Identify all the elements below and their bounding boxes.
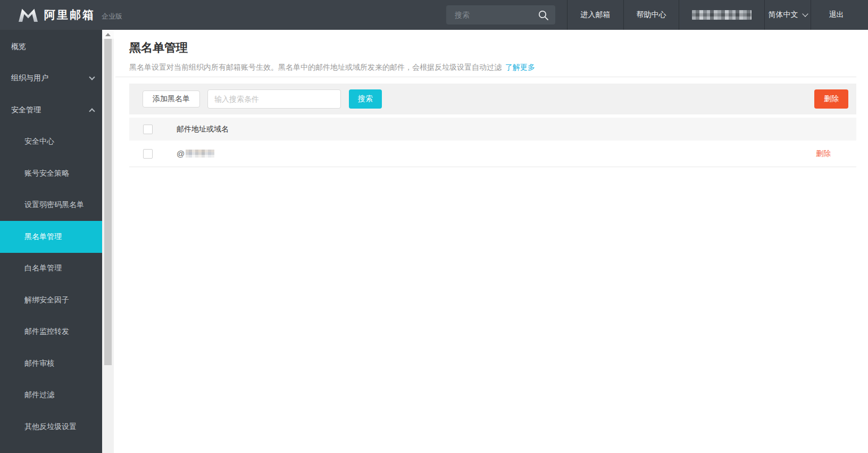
nav-enter-mailbox[interactable]: 进入邮箱	[567, 0, 623, 30]
scrollbar-up-button[interactable]	[102, 30, 114, 39]
sidebar-item[interactable]: 组织与用户	[0, 63, 102, 95]
sidebar-item-label: 组织与用户	[11, 73, 48, 83]
sidebar-item[interactable]: 邮件过滤	[0, 380, 102, 411]
nav-logout-label: 退出	[829, 10, 844, 20]
nav-user-account[interactable]	[679, 0, 764, 30]
brand-name: 阿里邮箱	[44, 7, 95, 22]
search-icon[interactable]	[538, 10, 549, 21]
brand: 阿里邮箱 企业版	[0, 7, 122, 22]
sidebar-item[interactable]: 安全管理	[0, 94, 102, 126]
topbar: 阿里邮箱 企业版 进入邮箱 帮助中心 简体中文	[0, 0, 868, 30]
delete-button[interactable]: 删除	[814, 89, 848, 109]
sidebar-item[interactable]: 邮件审核	[0, 348, 102, 380]
sidebar-item[interactable]: 安全中心	[0, 126, 102, 158]
user-email-redacted	[692, 10, 752, 20]
nav-help-center[interactable]: 帮助中心	[623, 0, 679, 30]
chevron-up-icon	[89, 108, 95, 114]
sidebar-item-label: 解绑安全因子	[24, 295, 69, 305]
main-content: 黑名单管理 黑名单设置对当前组织内所有邮箱账号生效。黑名单中的邮件地址或域所发来…	[114, 30, 868, 453]
table-row: @删除	[129, 141, 856, 167]
search-button[interactable]: 搜索	[349, 89, 382, 109]
sidebar-item-label: 邮件过滤	[24, 390, 54, 400]
sidebar-item[interactable]: 设置弱密码黑名单	[0, 190, 102, 221]
table-body: @删除	[129, 141, 856, 167]
topbar-search-input[interactable]	[446, 11, 538, 19]
address-cell: @	[177, 149, 214, 158]
filter-search-input[interactable]	[207, 89, 341, 109]
sidebar-item-label: 概览	[11, 42, 26, 52]
scroll-up-arrow-icon	[105, 33, 111, 36]
sidebar-menu: 概览组织与用户安全管理安全中心账号安全策略设置弱密码黑名单黑名单管理白名单管理解…	[0, 30, 102, 453]
sidebar-item[interactable]: 白名单管理	[0, 253, 102, 285]
chevron-down-icon	[802, 11, 808, 17]
alimail-logo-icon	[18, 8, 39, 22]
sidebar-item-label: 安全管理	[11, 105, 41, 115]
toolbar: 添加黑名单 搜索 删除	[129, 84, 856, 114]
sidebar-item-label: 邮件监控转发	[24, 327, 69, 336]
nav-help-center-label: 帮助中心	[637, 10, 666, 20]
blacklist-table: 邮件地址或域名 @删除	[129, 118, 856, 167]
sidebar-item-label: 白名单管理	[24, 263, 62, 273]
row-checkbox[interactable]	[143, 149, 153, 159]
vertical-scrollbar[interactable]	[102, 30, 114, 453]
brand-edition: 企业版	[102, 12, 122, 21]
sidebar-item-label: 设置弱密码黑名单	[24, 200, 84, 210]
sidebar-item-label: 其他反垃圾设置	[24, 422, 77, 432]
domain-redacted	[186, 150, 214, 158]
scrollbar-thumb[interactable]	[104, 39, 112, 365]
sidebar-item[interactable]: 其他反垃圾设置	[0, 411, 102, 443]
nav-language-switcher[interactable]: 简体中文	[764, 0, 811, 30]
sidebar-item-label: 邮件审核	[24, 359, 54, 368]
sidebar-item-label: 安全中心	[24, 137, 54, 146]
sidebar-item[interactable]: 邮件监控转发	[0, 316, 102, 348]
select-all-checkbox[interactable]	[143, 125, 153, 134]
page-title: 黑名单管理	[129, 40, 856, 56]
page-description: 黑名单设置对当前组织内所有邮箱账号生效。黑名单中的邮件地址或域所发来的邮件，会根…	[129, 62, 856, 72]
sidebar-item[interactable]: 账号安全策略	[0, 158, 102, 190]
section-divider	[115, 77, 856, 77]
nav-language-label: 简体中文	[769, 10, 798, 20]
add-blacklist-button[interactable]: 添加黑名单	[143, 90, 200, 108]
sidebar-item[interactable]: 黑名单管理	[0, 221, 102, 253]
nav-enter-mailbox-label: 进入邮箱	[581, 10, 611, 20]
nav-logout[interactable]: 退出	[811, 0, 862, 30]
sidebar-item-label: 黑名单管理	[24, 232, 62, 242]
sidebar-item[interactable]: 概览	[0, 31, 102, 63]
learn-more-link[interactable]: 了解更多	[505, 63, 535, 71]
chevron-down-icon	[89, 75, 95, 80]
row-delete-link[interactable]: 删除	[816, 149, 831, 159]
sidebar-item-label: 账号安全策略	[24, 169, 69, 178]
sidebar-item[interactable]: 解绑安全因子	[0, 284, 102, 316]
address-prefix: @	[177, 149, 185, 158]
column-header-address: 邮件地址或域名	[177, 125, 229, 134]
table-header-row: 邮件地址或域名	[129, 118, 856, 141]
page-description-text: 黑名单设置对当前组织内所有邮箱账号生效。黑名单中的邮件地址或域所发来的邮件，会根…	[129, 63, 502, 71]
topbar-search-box[interactable]	[446, 5, 555, 24]
topbar-nav: 进入邮箱 帮助中心 简体中文 退出	[567, 0, 862, 30]
app-window: 阿里邮箱 企业版 进入邮箱 帮助中心 简体中文	[0, 0, 868, 453]
